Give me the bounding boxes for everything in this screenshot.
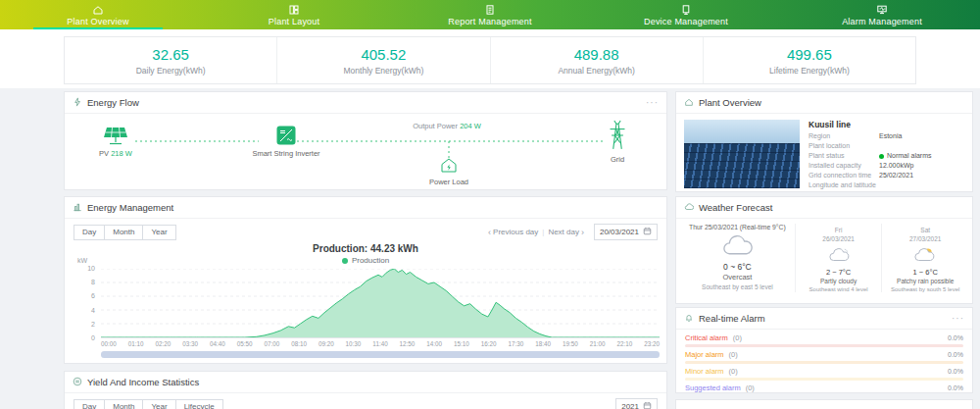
scrollbar-thumb[interactable] [101, 351, 660, 358]
y-axis-unit-label: kW [77, 257, 87, 264]
calendar-icon [643, 227, 652, 237]
kpi-monthly-energy: 405.52 Monthly Energy(kWh) [277, 37, 490, 83]
tab-plant-layout[interactable]: Plant Layout [196, 0, 392, 29]
tab-alarm-management[interactable]: Alarm Management [784, 0, 980, 29]
forecast-wind: Southeast wind 4 level [796, 286, 882, 292]
more-options-icon[interactable]: ··· [952, 314, 964, 324]
device-icon [680, 4, 692, 16]
top-nav: Plant Overview Plant Layout Report Manag… [0, 0, 980, 29]
plant-name: Kuusil line [808, 120, 964, 129]
more-options-icon[interactable]: ··· [646, 98, 659, 108]
plant-overview-panel: Plant Overview Kuusil line RegionEstonia… [675, 91, 973, 192]
alarm-progress-bar [685, 344, 963, 347]
kpi-daily-energy: 32.65 Daily Energy(kWh) [65, 37, 277, 83]
grid-label: Grid [611, 155, 624, 164]
weather-icon [684, 202, 694, 214]
alarm-label: Suggested alarm [685, 383, 741, 392]
nav-tab-label: Report Management [448, 17, 531, 26]
weather-current: Thur 25/03/2021 (Real-time 9°C) 0 ~ 6°C … [680, 224, 795, 292]
date-picker[interactable]: 20/03/2021 [594, 224, 658, 240]
tab-month[interactable]: Month [104, 399, 143, 409]
tab-year[interactable]: Year [142, 225, 175, 240]
field-label: Region [808, 131, 879, 141]
sun-cloud-icon [882, 246, 968, 267]
forecast-friday: Fri 26/03/2021 2 ~ 7°C Partly cloudy Sou… [795, 224, 882, 292]
previous-day-button[interactable]: Previous day [493, 228, 538, 236]
energy-flow-diagram: PV 218 W Smart String Inverter Output Po… [65, 114, 666, 190]
kpi-annual-energy: 489.88 Annual Energy(kWh) [491, 37, 704, 83]
forecast-saturday: Sat 27/03/2021 1 ~ 6°C Patchy rain possi… [881, 224, 968, 292]
field-value: Estonia [879, 131, 902, 141]
panel-title: Yield And Income Statistics [87, 377, 199, 387]
grid-tower-icon [606, 120, 629, 153]
nav-tab-label: Plant Overview [67, 17, 128, 26]
kpi-value: 489.88 [574, 46, 619, 63]
nav-tab-label: Device Management [644, 17, 728, 26]
nav-tab-label: Plant Layout [269, 17, 319, 26]
output-power-value: 204 W [460, 122, 481, 130]
inverter-label: Smart String Inverter [252, 149, 319, 158]
tab-day[interactable]: Day [74, 225, 105, 240]
alarm-progress-bar [685, 361, 963, 364]
forecast-date: 26/03/2021 [796, 234, 882, 243]
alarm-bell-icon [684, 313, 694, 325]
panel-title: Real-time Alarm [699, 313, 765, 324]
inverter-icon [276, 126, 296, 147]
yield-income-controls: Day Month Year Lifecycle 2021 [74, 398, 658, 409]
critical-alarm-row[interactable]: Critical alarm (0) 0.0% [685, 333, 963, 347]
alarm-monitor-icon [876, 4, 888, 16]
plant-house-icon [684, 97, 694, 109]
kpi-label: Daily Energy(kWh) [136, 66, 206, 76]
current-wind: Southeast by east 5 level [680, 283, 795, 290]
plant-photo [684, 120, 800, 188]
production-area-chart[interactable]: kW 1086420 [101, 269, 660, 338]
divider: | [542, 228, 544, 236]
forecast-temp: 2 ~ 7°C [796, 268, 882, 277]
forecast-condition: Patchy rain possible [882, 278, 968, 284]
plant-details: Kuusil line RegionEstonia Plant location… [808, 120, 964, 190]
tab-lifecycle[interactable]: Lifecycle [175, 399, 223, 409]
major-alarm-row[interactable]: Major alarm (0) 0.0% [685, 350, 963, 364]
kpi-lifetime-energy: 499.65 Lifetime Energy(kWh) [704, 37, 915, 83]
tab-device-management[interactable]: Device Management [588, 0, 784, 29]
chart-scrollbar[interactable] [101, 351, 660, 358]
previous-day-arrow-icon[interactable]: ‹ [486, 228, 493, 237]
alarm-count: (0) [746, 383, 755, 392]
panel-title: Energy Management [87, 202, 173, 213]
next-day-button[interactable]: Next day [548, 228, 579, 236]
year-picker[interactable]: 2021 [615, 398, 658, 409]
realtime-temp: (Real-time 9°C) [740, 224, 786, 230]
plant-status-value: Normal alarms [879, 151, 932, 161]
current-date: Thur 25/03/2021 [689, 224, 738, 230]
next-day-arrow-icon[interactable]: › [579, 228, 586, 237]
tab-plant-overview[interactable]: Plant Overview [0, 0, 196, 29]
tab-day[interactable]: Day [74, 399, 105, 409]
output-power-label: Output Power 204 W [368, 122, 525, 130]
forecast-day: Sat [882, 226, 968, 234]
kpi-label: Monthly Energy(kWh) [344, 66, 424, 76]
alarm-count: (0) [729, 350, 738, 359]
production-total-title: Production: 44.23 kWh [74, 243, 658, 254]
alarm-count: (0) [733, 333, 742, 342]
status-dot [879, 154, 884, 159]
alarm-progress-bar [685, 378, 963, 381]
year-value: 2021 [621, 402, 639, 409]
chart-legend[interactable]: Production [74, 256, 658, 265]
panel-title: Weather Forecast [699, 202, 772, 213]
kpi-value: 405.52 [361, 46, 406, 63]
tab-month[interactable]: Month [104, 225, 143, 240]
suggested-alarm-row[interactable]: Suggested alarm (0) 0.0% [685, 383, 963, 393]
plant-overview-icon [92, 4, 104, 16]
yield-income-icon [73, 377, 82, 388]
tab-year[interactable]: Year [142, 399, 175, 409]
tab-report-management[interactable]: Report Management [392, 0, 588, 29]
panel-title: Plant Overview [699, 97, 761, 108]
current-condition: Overcast [680, 273, 795, 281]
flow-lines [65, 114, 666, 190]
inverter-node: Smart String Inverter [239, 126, 333, 158]
minor-alarm-row[interactable]: Minor alarm (0) 0.0% [685, 367, 963, 381]
kpi-label: Annual Energy(kWh) [558, 66, 634, 76]
energy-management-icon [73, 202, 82, 214]
forecast-temp: 1 ~ 6°C [882, 268, 968, 277]
chart-plot [101, 269, 660, 337]
